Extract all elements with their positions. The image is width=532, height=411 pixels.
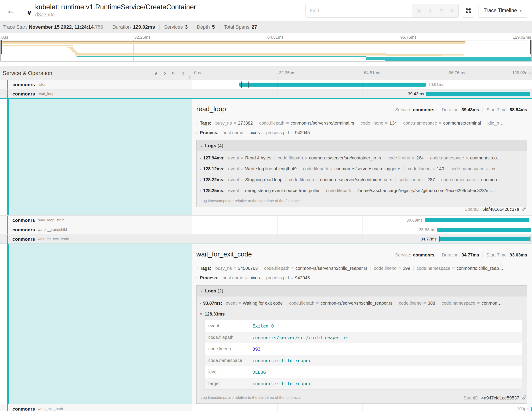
tag-field[interactable]: code.namespace=conmonrs::child_reap…: [413, 266, 506, 271]
span-row-read_loop_stdin[interactable]: conmonrsread_loop_stdin39.69ms: [0, 215, 532, 225]
tag-field[interactable]: code.filepath=conmon-rs/server/src/child…: [286, 301, 396, 306]
find-input[interactable]: [306, 4, 412, 17]
span-name-cell[interactable]: conmonrsread_loop_stdin: [0, 215, 192, 225]
field-value: 264: [416, 156, 424, 161]
tag-field[interactable]: host.name=nixos: [219, 130, 263, 135]
tag-field[interactable]: idle_n…: [484, 121, 507, 126]
span-detail-panel: wait_for_exit_codeService:conmonrsDurati…: [0, 244, 532, 404]
tag-field[interactable]: code.namespace=conmonrs::terminal: [400, 121, 484, 126]
previous-match-icon[interactable]: ∧: [428, 7, 432, 14]
expand-one-icon[interactable]: ›: [164, 70, 166, 76]
logs-header[interactable]: ∨Logs(4): [197, 140, 527, 151]
tag-field[interactable]: code.namespace=conmon…: [438, 177, 504, 182]
tag-field[interactable]: host.name=nixos: [219, 275, 263, 280]
axis-tick-label: 96.76ms: [447, 70, 465, 75]
process-row[interactable]: ›Process:host.name=nixosprocess.pid=9420…: [196, 273, 527, 283]
tag-field[interactable]: code.namespace=conmon…: [438, 301, 505, 306]
span-row-watch_grandchild[interactable]: conmonrswatch_grandchild35.58ms: [0, 225, 532, 235]
span-row-read_loop[interactable]: conmonrsread_loop39.43ms: [0, 89, 532, 99]
tag-field[interactable]: busy_ns=34506763: [212, 266, 261, 271]
tag-field[interactable]: code.lineno=287: [395, 177, 438, 182]
span-name-cell[interactable]: conmonrswrite_exit_path: [0, 404, 192, 411]
field-key: code.namespace: [441, 177, 475, 182]
log-entry[interactable]: ›128.12ms:event=Wrote log line of length…: [198, 163, 525, 174]
tag-field[interactable]: code.filepath=conmon-rs/server/src/termi…: [256, 121, 357, 126]
log-kv-value: DEBUG: [250, 366, 268, 378]
tag-field[interactable]: code.lineno=388: [396, 301, 438, 306]
tag-field[interactable]: code.lineno=140: [404, 166, 447, 171]
tag-field[interactable]: code.filepath=/home/sascha/.cargo/regist…: [323, 188, 498, 193]
view-dropdown-button[interactable]: Trace Timeline ∨: [479, 4, 527, 18]
logs-header[interactable]: ∨Logs(2): [197, 285, 527, 296]
tag-field[interactable]: event=Wrote log line of length 49: [225, 166, 300, 171]
span-bar[interactable]: [239, 83, 426, 87]
tag-field[interactable]: event=Read 4 bytes: [225, 156, 274, 161]
minimap-scrubber-right[interactable]: [530, 40, 531, 54]
span-row-wait_for_exit_code[interactable]: conmonrswait_for_exit_code34.77ms: [0, 235, 532, 244]
expand-all-icon[interactable]: »: [181, 70, 185, 76]
tag-field[interactable]: process.pid=942045: [263, 275, 313, 280]
link-icon[interactable]: [522, 395, 527, 401]
field-value: conmon-rs/server/src/terminal.rs: [291, 121, 354, 126]
self-time-tick: [425, 81, 425, 88]
tag-field[interactable]: code.lineno=299: [370, 266, 413, 271]
tag-field[interactable]: code.filepath=conmon-rs/server/src/child…: [261, 266, 371, 271]
span-id-row: SpanID:5faf48165428c37a: [465, 206, 527, 212]
clear-search-icon[interactable]: ×: [451, 7, 454, 14]
span-name-cell[interactable]: conmonrslisten: [0, 80, 192, 89]
tag-field[interactable]: process.pid=942045: [263, 130, 313, 135]
minimap-canvas[interactable]: [0, 40, 532, 61]
link-icon[interactable]: [522, 206, 527, 212]
tags-row[interactable]: ›Tags:busy_ns=34506763code.filepath=conm…: [196, 264, 527, 273]
tag-field[interactable]: busy_ns=273882: [212, 121, 256, 126]
tags-row[interactable]: ›Tags:busy_ns=273882code.filepath=conmon…: [196, 118, 527, 128]
log-entry[interactable]: ›128.22ms:event=Stopping read loopcode.f…: [198, 174, 525, 185]
span-row-listen[interactable]: conmonrslisten70.91ms: [0, 80, 532, 89]
tag-field[interactable]: code.filepath=conmon-rs/server/src/conta…: [285, 177, 395, 182]
log-entry[interactable]: ∨128.33ms: [198, 309, 525, 320]
process-row[interactable]: ›Process:host.name=nixosprocess.pid=9420…: [196, 128, 527, 137]
detail-indent-fill: [9, 99, 192, 215]
log-entry[interactable]: ›128.25ms:event=deregistering event sour…: [198, 185, 525, 196]
span-timeline-cell[interactable]: 303μs: [192, 404, 532, 411]
span-timeline-cell[interactable]: 39.69ms: [192, 215, 532, 225]
tag-field[interactable]: event=Waiting for exit code: [222, 301, 286, 306]
field-value: conmon-rs/server/src/container_io.rs: [320, 177, 392, 182]
collapse-all-icon[interactable]: »: [171, 71, 177, 75]
log-entry[interactable]: ›93.87ms:event=Waiting for exit codecode…: [198, 298, 525, 309]
span-bar[interactable]: [531, 407, 532, 411]
span-timeline-cell[interactable]: 70.91ms: [192, 80, 532, 89]
tag-field[interactable]: event=Stopping read loop: [225, 177, 285, 182]
span-row-write_exit_path[interactable]: conmonrswrite_exit_path303μs: [0, 404, 532, 411]
match-target-icon[interactable]: ◎: [416, 7, 421, 14]
minimap-scrubber-left[interactable]: [1, 40, 2, 54]
span-timeline-cell[interactable]: 35.58ms: [192, 225, 532, 235]
next-match-icon[interactable]: ∨: [439, 7, 444, 14]
tag-field[interactable]: code.lineno=134: [357, 121, 400, 126]
column-resizer-handle[interactable]: [190, 76, 191, 78]
span-name-cell[interactable]: conmonrswait_for_exit_code: [0, 235, 192, 244]
span-timeline-cell[interactable]: 34.77ms: [192, 235, 532, 244]
tag-field[interactable]: code.filepath=conmon-rs/server/src/conta…: [275, 156, 384, 161]
tag-field[interactable]: code.lineno=264: [384, 156, 427, 161]
span-name-cell[interactable]: conmonrswatch_grandchild: [0, 225, 192, 235]
collapse-trace-header-icon[interactable]: ∨: [27, 9, 32, 16]
collapse-one-icon[interactable]: ∨: [154, 70, 158, 76]
tag-field[interactable]: event=deregistering event source from po…: [225, 188, 323, 193]
span-bar[interactable]: [426, 92, 530, 96]
summary-item: Total Spans27: [219, 24, 257, 30]
keyboard-shortcuts-button[interactable]: ⌘: [462, 4, 475, 18]
log-entry[interactable]: ›127.94ms:event=Read 4 bytescode.filepat…: [198, 153, 525, 163]
tag-field[interactable]: code.namespace=conmonrs::co…: [427, 156, 504, 161]
tag-field[interactable]: code.namespace=co…: [447, 166, 503, 171]
span-bar[interactable]: [437, 228, 531, 232]
span-name-cell[interactable]: conmonrsread_loop: [0, 89, 192, 98]
span-bar[interactable]: [425, 218, 529, 222]
log-kv-table: eventExited 0code.filepathconmon-rs/serv…: [205, 320, 522, 390]
back-button[interactable]: ←: [0, 0, 22, 21]
span-bar[interactable]: [439, 237, 531, 241]
tag-field[interactable]: code.filepath=conmon-rs/server/src/cri_l…: [300, 166, 404, 171]
indent-guide: [7, 215, 8, 225]
span-timeline-cell[interactable]: 39.43ms: [192, 89, 532, 98]
minimap-span: [76, 56, 366, 57]
